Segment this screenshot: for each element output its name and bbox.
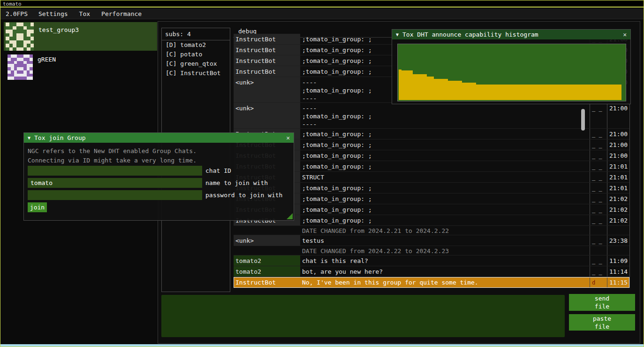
app-window: tomato 2.0FPS Settings Tox Performance t… bbox=[0, 0, 644, 347]
message-sender: InstructBot bbox=[234, 34, 300, 44]
menu-bar: 2.0FPS Settings Tox Performance bbox=[0, 8, 644, 19]
histogram-bar bbox=[413, 74, 427, 100]
message-time: 21:00 bbox=[607, 129, 629, 139]
message-text: testus bbox=[300, 235, 590, 246]
window-titlebar: tomato bbox=[0, 0, 644, 8]
message-status-flags: _ _ bbox=[590, 266, 607, 277]
roster-item-test-group3[interactable]: test_group3 bbox=[4, 22, 157, 51]
member-item[interactable]: [C] potato bbox=[162, 50, 230, 59]
join-button[interactable]: join bbox=[28, 202, 47, 212]
message-row[interactable]: <unk>testus_ _23:38 bbox=[234, 235, 629, 246]
message-status-flags: _ _ bbox=[590, 235, 607, 246]
message-row[interactable]: tomato2chat is this real?_ _11:09 bbox=[234, 255, 629, 266]
close-icon[interactable]: ✕ bbox=[623, 31, 627, 38]
date-change-row[interactable]: DATE CHANGED from 2024.2.21 to 2024.2.22 bbox=[234, 226, 629, 235]
join-window-title: Tox join Group bbox=[34, 134, 86, 141]
collapse-arrow-icon[interactable]: ▼ bbox=[396, 32, 399, 37]
resize-grip[interactable] bbox=[287, 213, 293, 219]
message-time: 11:14 bbox=[607, 266, 629, 277]
message-time: 11:09 bbox=[607, 255, 629, 266]
histogram-plot[interactable] bbox=[397, 44, 626, 101]
message-status-flags: _ _ bbox=[590, 139, 607, 150]
date-change-row[interactable]: DATE CHANGED from 2024.2.22 to 2024.2.23 bbox=[234, 246, 629, 255]
message-sender: tomato2 bbox=[234, 266, 300, 277]
message-sender: tomato2 bbox=[234, 255, 300, 266]
message-text: ;tomato_in_group: ; bbox=[300, 129, 590, 139]
message-text: ;tomato_in_group: ; bbox=[300, 150, 590, 161]
message-text: ;tomato_in_group: ; bbox=[300, 161, 590, 171]
message-row[interactable]: InstructBotNo, I've been in this group f… bbox=[234, 277, 629, 288]
message-time: 11:15 bbox=[607, 277, 629, 287]
message-status-flags bbox=[590, 246, 607, 255]
histogram-bar bbox=[434, 79, 448, 100]
menu-performance[interactable]: Performance bbox=[96, 10, 147, 17]
histogram-bar bbox=[462, 83, 476, 100]
message-text: STRUCT bbox=[300, 172, 590, 182]
message-sender: InstructBot bbox=[234, 55, 300, 66]
date-change-text: DATE CHANGED from 2024.2.22 to 2024.2.23 bbox=[300, 246, 590, 255]
chat-scrollbar[interactable] bbox=[581, 109, 585, 131]
message-time: 21:01 bbox=[607, 161, 629, 171]
message-sender: InstructBot bbox=[234, 45, 300, 55]
message-status-flags: _ _ bbox=[590, 103, 607, 128]
group-avatar bbox=[8, 54, 33, 80]
message-row[interactable]: <unk>---- ;tomato_in_group: ; ----_ _21:… bbox=[234, 103, 629, 129]
message-status-flags: _ _ bbox=[590, 193, 607, 204]
subs-count: subs: 4 bbox=[162, 28, 230, 40]
histogram-window-title: Tox DHT announce capability histogram bbox=[402, 31, 538, 38]
roster-item-green[interactable]: gREEN bbox=[4, 54, 157, 81]
member-item[interactable]: [C] InstructBot bbox=[162, 69, 230, 78]
message-sender bbox=[234, 246, 300, 255]
message-status-flags: _ _ bbox=[590, 172, 607, 182]
message-status-flags: _ _ bbox=[590, 255, 607, 266]
histogram-bars bbox=[399, 69, 621, 100]
join-info-text: NGC refers to the New DHT enabled Group … bbox=[28, 147, 197, 154]
message-status-flags: _ _ bbox=[590, 150, 607, 161]
roster-item-label: test_group3 bbox=[38, 26, 79, 33]
menu-settings[interactable]: Settings bbox=[33, 10, 74, 17]
message-sender: <unk> bbox=[234, 103, 300, 128]
message-row[interactable]: tomato2bot, are you new here?_ _11:14 bbox=[234, 266, 629, 277]
message-sender: InstructBot bbox=[234, 66, 300, 77]
close-icon[interactable]: ✕ bbox=[286, 134, 290, 141]
join-password-input[interactable] bbox=[28, 190, 202, 200]
message-sender: <unk> bbox=[234, 235, 300, 246]
fps-counter: 2.0FPS bbox=[0, 10, 33, 17]
message-text: ;tomato_in_group: ; bbox=[300, 215, 590, 225]
message-text: bot, are you new here? bbox=[300, 266, 590, 277]
member-item[interactable]: [D] tomato2 bbox=[162, 40, 230, 50]
collapse-arrow-icon[interactable]: ▼ bbox=[28, 135, 30, 140]
message-text: ;tomato_in_group: ; bbox=[300, 193, 590, 204]
message-text: ---- ;tomato_in_group: ; ---- bbox=[300, 103, 590, 128]
paste-file-button[interactable]: paste file bbox=[569, 314, 635, 331]
message-time: 23:38 bbox=[607, 235, 629, 246]
date-change-text: DATE CHANGED from 2024.2.21 to 2024.2.22 bbox=[300, 226, 590, 235]
message-time: 21:02 bbox=[607, 193, 629, 204]
member-item[interactable]: [C] green_qtox bbox=[162, 59, 230, 69]
message-text: ;tomato_in_group: ; bbox=[300, 204, 590, 215]
message-time: 21:00 bbox=[607, 150, 629, 161]
menu-tox[interactable]: Tox bbox=[74, 10, 96, 17]
join-name-input[interactable] bbox=[28, 178, 202, 188]
message-time: 21:00 bbox=[607, 139, 629, 150]
message-time: 21:01 bbox=[607, 172, 629, 182]
message-status-flags bbox=[590, 226, 607, 235]
chat-id-label: chat ID bbox=[205, 166, 231, 176]
histogram-window-titlebar: ▼ Tox DHT announce capability histogram … bbox=[392, 30, 630, 39]
dht-histogram-window: ▼ Tox DHT announce capability histogram … bbox=[392, 29, 631, 104]
histogram-bar bbox=[427, 77, 434, 100]
join-window-titlebar: ▼ Tox join Group ✕ bbox=[24, 133, 294, 143]
message-text: ;tomato_in_group: ; bbox=[300, 183, 590, 193]
message-input[interactable] bbox=[161, 295, 565, 337]
chat-id-input[interactable] bbox=[28, 166, 202, 176]
join-info-text: Connecting via ID might take a very long… bbox=[28, 157, 197, 164]
message-time: 21:02 bbox=[607, 204, 629, 215]
join-password-label: password to join with bbox=[205, 190, 282, 200]
histogram-bar bbox=[476, 85, 621, 100]
roster-item-label: gREEN bbox=[38, 56, 56, 63]
message-text: chat is this real? bbox=[300, 255, 590, 266]
message-sender: <unk> bbox=[234, 77, 300, 102]
send-file-button[interactable]: send file bbox=[569, 294, 635, 311]
join-group-window: ▼ Tox join Group ✕ NGC refers to the New… bbox=[23, 132, 294, 221]
message-time: 21:02 bbox=[607, 215, 629, 225]
